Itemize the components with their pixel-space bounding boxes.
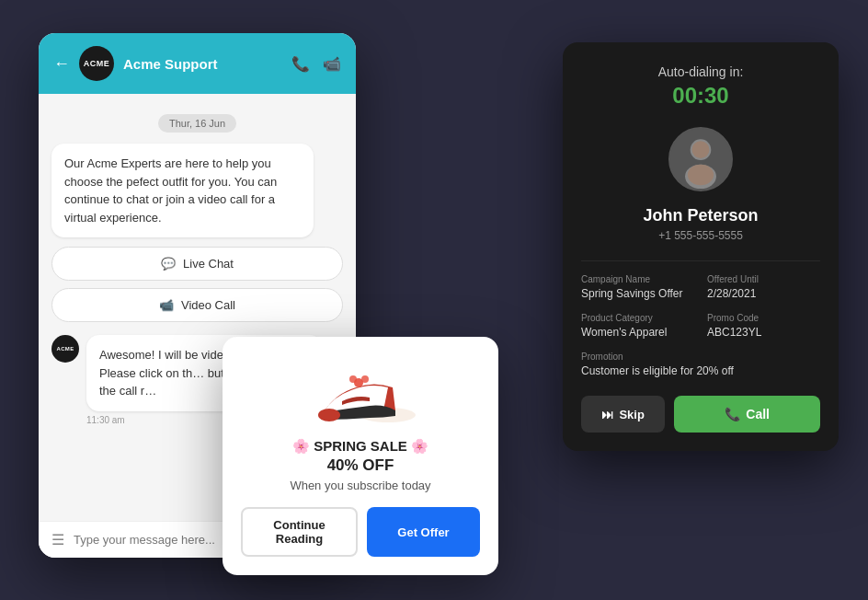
- skip-icon: ⏭: [601, 408, 613, 421]
- video-icon[interactable]: 📹: [323, 55, 341, 73]
- chat-header: ← ACME Acme Support 📞 📹: [39, 33, 356, 94]
- call-button[interactable]: 📞 Call: [674, 396, 820, 433]
- svg-point-9: [688, 165, 714, 186]
- acme-small-avatar: ACME: [51, 335, 79, 363]
- dialer-panel: Auto-dialing in: 00:30 John Peterson +1 …: [563, 42, 839, 451]
- date-badge: Thur, 16 Jun: [51, 114, 343, 131]
- promotion-item: Promotion Customer is eligible for 20% o…: [581, 352, 820, 377]
- svg-point-1: [318, 409, 340, 421]
- promo-code-value: ABC123YL: [707, 326, 820, 339]
- brand-avatar: ACME: [79, 46, 114, 81]
- offered-until-label: Offered Until: [707, 274, 820, 284]
- product-category-item: Product Category Women's Apparel: [581, 313, 694, 339]
- first-message-container: Our Acme Experts are here to help you ch…: [51, 144, 343, 322]
- popup-card: 🌸 SPRING SALE 🌸 40% OFF When you subscri…: [223, 337, 498, 575]
- discount-text: 40% OFF: [327, 456, 394, 475]
- menu-icon[interactable]: ☰: [51, 531, 64, 548]
- divider: [581, 260, 820, 261]
- promotion-label: Promotion: [581, 352, 820, 362]
- dial-actions: ⏭ Skip 📞 Call: [581, 396, 820, 433]
- header-actions: 📞 📹: [291, 55, 341, 73]
- caller-name: John Peterson: [581, 206, 820, 225]
- shoe-image: [296, 355, 425, 429]
- product-category-label: Product Category: [581, 313, 694, 323]
- video-call-button[interactable]: 📹 Video Call: [51, 288, 343, 322]
- first-message-bubble: Our Acme Experts are here to help you ch…: [51, 144, 314, 237]
- svg-point-8: [692, 141, 710, 158]
- campaign-name-item: Campaign Name Spring Savings Offer: [581, 274, 694, 300]
- skip-button[interactable]: ⏭ Skip: [581, 396, 665, 433]
- action-buttons: 💬 Live Chat 📹 Video Call: [51, 247, 343, 322]
- continue-reading-button[interactable]: Continue Reading: [241, 507, 358, 557]
- get-offer-button[interactable]: Get Offer: [367, 507, 480, 557]
- video-call-icon: 📹: [159, 298, 174, 312]
- brand-avatar-text: ACME: [84, 59, 110, 68]
- call-icon: 📞: [725, 407, 740, 421]
- spring-sale-title: 🌸 SPRING SALE 🌸: [292, 438, 428, 455]
- campaign-name-label: Campaign Name: [581, 274, 694, 284]
- promo-code-item: Promo Code ABC123YL: [707, 313, 820, 339]
- contact-name: Acme Support: [123, 56, 282, 72]
- offered-until-item: Offered Until 2/28/2021: [707, 274, 820, 300]
- info-grid: Campaign Name Spring Savings Offer Offer…: [581, 274, 820, 339]
- live-chat-button[interactable]: 💬 Live Chat: [51, 247, 343, 281]
- campaign-name-value: Spring Savings Offer: [581, 287, 694, 300]
- chat-icon: 💬: [161, 257, 176, 271]
- subscribe-text: When you subscribe today: [290, 479, 430, 492]
- svg-point-4: [349, 375, 357, 383]
- promo-code-label: Promo Code: [707, 313, 820, 323]
- product-category-value: Women's Apparel: [581, 326, 694, 339]
- dial-timer: 00:30: [581, 83, 820, 109]
- caller-phone: +1 555-555-5555: [581, 229, 820, 242]
- svg-point-3: [361, 375, 369, 383]
- back-button[interactable]: ←: [53, 54, 70, 74]
- phone-icon[interactable]: 📞: [291, 55, 310, 73]
- auto-dial-label: Auto-dialing in:: [581, 64, 820, 79]
- caller-photo: [670, 127, 731, 191]
- promotion-value: Customer is eligible for 20% off: [581, 364, 820, 377]
- offered-until-value: 2/28/2021: [707, 287, 820, 300]
- shoe-svg: [296, 355, 425, 429]
- popup-buttons: Continue Reading Get Offer: [241, 507, 480, 557]
- caller-avatar: [668, 127, 733, 191]
